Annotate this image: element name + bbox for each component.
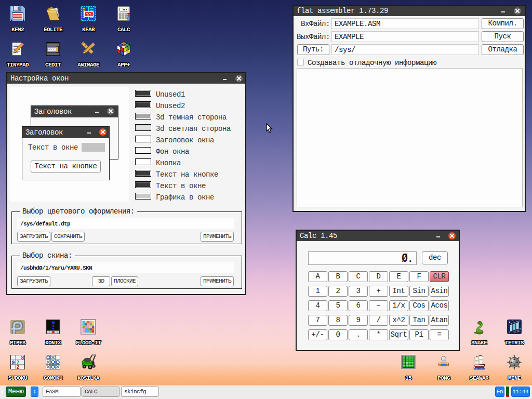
svg-text:2: 2 bbox=[17, 365, 20, 370]
svg-text:8: 8 bbox=[21, 355, 24, 361]
svg-text:9: 9 bbox=[12, 360, 15, 366]
svg-text:CODE: CODE bbox=[48, 47, 57, 52]
